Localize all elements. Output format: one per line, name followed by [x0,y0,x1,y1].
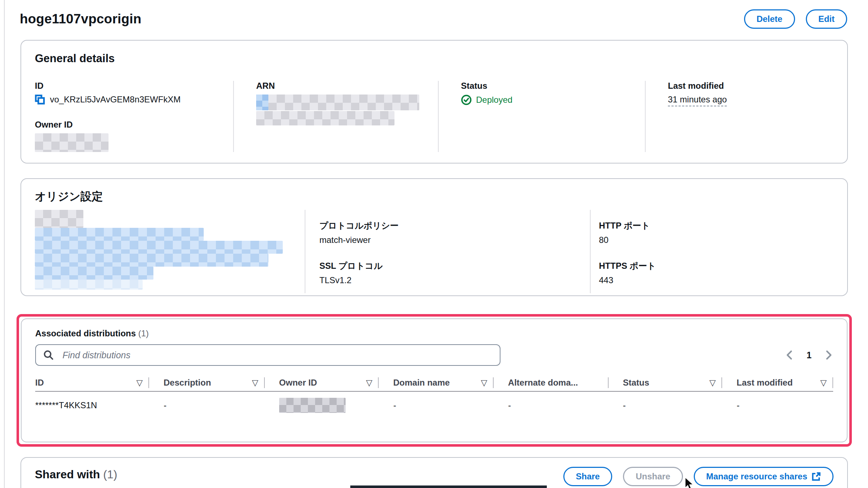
associated-distributions-count: (1) [138,328,149,338]
check-circle-icon [461,95,472,105]
cell-description: - [149,400,265,410]
page-header: hoge1107vpcorigin Delete Edit [20,9,847,29]
protocol-policy-value: match-viewer [319,235,590,245]
column-header-domain-name[interactable]: Domain name ▽ [379,374,493,391]
shared-with-title: Shared with (1) [35,468,117,481]
status-value: Deployed [476,95,512,105]
distributions-table-header: ID ▽ Description ▽ Owner ID ▽ Domain nam… [35,374,833,392]
filter-icon[interactable]: ▽ [820,378,827,388]
manage-resource-shares-label: Manage resource shares [706,471,807,482]
filter-icon[interactable]: ▽ [710,378,716,388]
associated-distributions-title: Associated distributions (1) [35,328,833,339]
cell-last-modified: - [722,400,833,410]
column-header-label: Description [163,378,211,388]
origin-redacted-value [35,267,153,280]
http-port-value: 80 [599,235,847,245]
cell-id: *******T4KKS1N [35,400,149,410]
vpc-origin-detail-page: hoge1107vpcorigin Delete Edit General de… [0,0,868,488]
shared-with-card: Shared with (1) Share Unshare Manage res… [20,457,848,488]
owner-id-redacted [35,133,108,152]
filter-icon[interactable]: ▽ [252,378,258,388]
origin-ports-column: HTTP ポート 80 HTTPS ポート 443 [590,210,847,293]
column-header-alternate-domains[interactable]: Alternate doma... [494,374,608,391]
delete-button[interactable]: Delete [744,9,795,29]
column-header-last-modified[interactable]: Last modified ▽ [722,374,832,391]
previous-page-button[interactable] [785,350,794,360]
status-badge: Deployed [461,95,645,105]
cell-status: - [609,400,722,410]
owner-id-redacted [279,398,346,413]
column-header-label: ID [35,378,44,388]
filter-icon[interactable]: ▽ [137,378,143,388]
id-value: vo_KRzLi5JvAvGEM8n3EWFkXM [50,95,181,105]
column-header-label: Alternate doma... [508,378,578,388]
origin-redacted-value [35,280,143,290]
shared-with-actions: Share Unshare Manage resource shares [563,467,834,486]
page-title: hoge1107vpcorigin [20,11,142,27]
https-port-label: HTTPS ポート [599,260,847,272]
mouse-cursor [684,477,697,488]
general-details-card: General details ID vo_KRzLi5JvAvGEM8n3EW… [20,40,848,164]
origin-protocol-column: プロトコルポリシー match-viewer SSL プロトコル TLSv1.2 [305,210,590,293]
current-page-number[interactable]: 1 [807,350,812,360]
associated-distributions-card: Associated distributions (1) [21,318,848,442]
external-link-icon [812,472,821,481]
general-details-id-column: ID vo_KRzLi5JvAvGEM8n3EWFkXM Owner ID [35,81,233,152]
column-header-label: Last modified [737,378,793,388]
filter-icon[interactable]: ▽ [366,378,373,388]
arn-redacted-lead [256,95,268,110]
last-modified-value: 31 minutes ago [668,95,727,106]
origin-redacted-value [35,241,283,254]
filter-icon[interactable]: ▽ [481,378,487,388]
http-port-label: HTTP ポート [599,220,847,231]
bottom-panel-edge [350,485,547,488]
column-header-status[interactable]: Status ▽ [609,374,722,391]
arn-redacted-line2 [256,111,394,125]
pagination: 1 [785,350,833,360]
table-row[interactable]: *******T4KKS1N - - - - - [35,392,833,419]
distributions-toolbar: 1 [35,344,833,366]
column-header-label: Owner ID [279,378,317,388]
ssl-protocol-value: TLSv1.2 [319,275,590,285]
search-input[interactable] [35,344,500,366]
shared-with-title-text: Shared with [35,468,100,481]
general-details-modified-column: Last modified 31 minutes ago [645,81,834,152]
copy-id-icon[interactable] [35,95,45,105]
status-label: Status [461,81,645,91]
owner-id-label: Owner ID [35,120,233,130]
manage-resource-shares-button[interactable]: Manage resource shares [694,467,834,486]
header-divider [832,377,833,388]
protocol-policy-label: プロトコルポリシー [319,220,590,231]
general-details-status-column: Status Deployed [438,81,645,152]
associated-distributions-title-text: Associated distributions [35,328,136,338]
column-header-label: Domain name [393,378,449,388]
column-header-owner-id[interactable]: Owner ID ▽ [265,374,378,391]
search-icon [43,350,54,362]
id-label: ID [35,81,233,91]
header-actions: Delete Edit [744,9,847,29]
column-header-description[interactable]: Description ▽ [149,374,264,391]
column-header-id[interactable]: ID ▽ [35,374,148,391]
unshare-button[interactable]: Unshare [623,467,683,486]
general-details-title: General details [35,52,834,65]
highlight-annotation-box: Associated distributions (1) [17,314,852,447]
shared-with-count: (1) [103,468,117,481]
cell-alternate-domains: - [494,400,609,410]
edit-button[interactable]: Edit [806,9,847,29]
origin-redacted-column [21,210,305,293]
origin-redacted-value [35,254,268,267]
https-port-value: 443 [599,275,847,285]
ssl-protocol-label: SSL プロトコル [319,260,590,272]
general-details-arn-column: ARN [233,81,438,152]
share-button[interactable]: Share [563,467,613,486]
origin-settings-title: オリジン設定 [21,189,847,204]
origin-settings-card: オリジン設定 プロトコルポリシー match-viewer SSL プロトコル … [20,178,848,296]
arn-redacted [256,95,419,110]
column-header-label: Status [623,378,649,388]
cell-owner-id [265,398,379,413]
next-page-button[interactable] [825,350,833,360]
arn-label: ARN [256,81,438,91]
cell-domain-name: - [379,400,494,410]
find-distributions-search [35,344,500,366]
origin-redacted-value [35,228,204,241]
